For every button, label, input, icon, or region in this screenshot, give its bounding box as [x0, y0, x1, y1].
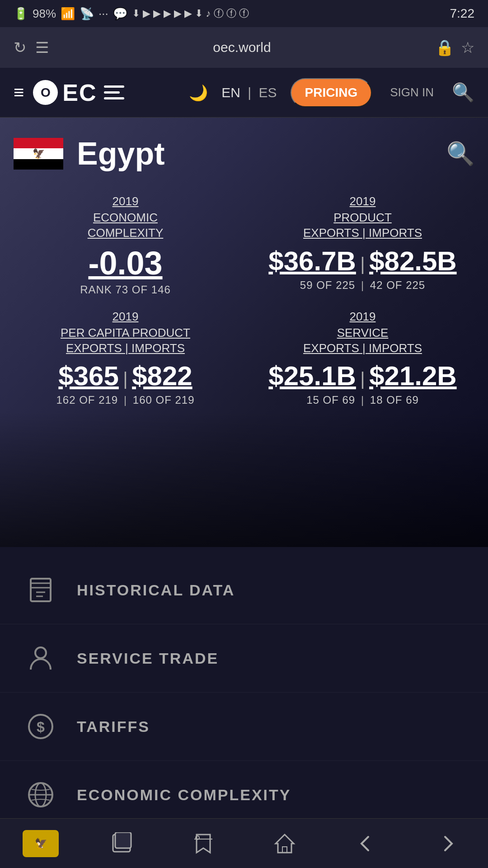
oec-logo[interactable]: O EC: [33, 79, 124, 106]
hero-section: 🦅 Egypt 🔍 2019 ECONOMICCOMPLEXITY -0.03 …: [0, 118, 488, 547]
browser-bar: ↻ ☰ oec.world 🔒 ☆: [0, 27, 488, 68]
logo-lines: [104, 85, 124, 99]
dollar-icon: $: [27, 713, 54, 740]
pricing-button[interactable]: PRICING: [291, 78, 372, 107]
stat-rank-service: 15 OF 69 | 18 OF 69: [251, 394, 474, 406]
country-header: 🦅 Egypt 🔍: [14, 136, 474, 172]
stat-value-service: $25.1B | $21.2B: [251, 360, 474, 392]
bottom-nav-back[interactable]: [325, 832, 407, 855]
chat-icon: 💬: [113, 7, 127, 21]
battery-text: 98%: [33, 7, 56, 21]
refresh-icon[interactable]: ↻: [14, 38, 26, 57]
lang-es[interactable]: ES: [258, 85, 277, 100]
product-exports-value: $36.7B: [268, 246, 356, 276]
stat-title-1: ECONOMICCOMPLEXITY: [14, 210, 237, 241]
economic-complexity-icon: [23, 777, 59, 813]
stat-rank-per-capita: 162 OF 219 | 160 OF 219: [14, 394, 237, 406]
dots-icon: ···: [99, 7, 108, 21]
tabs-icon[interactable]: ☰: [35, 38, 49, 57]
stat-value-complexity: -0.03: [14, 245, 237, 281]
wifi-icon: 📡: [80, 7, 94, 21]
stat-year-4: 2019: [251, 310, 474, 324]
historical-data-label: HISTORICAL DATA: [77, 581, 235, 599]
battery-icon: 🔋: [14, 7, 28, 21]
service-imports-value: $21.2B: [369, 361, 456, 391]
person-icon: [27, 645, 54, 672]
dark-mode-icon[interactable]: 🌙: [189, 84, 208, 102]
tabs-nav-icon: [111, 832, 133, 855]
bottom-navigation: 🦅: [0, 818, 488, 868]
nav-search-icon[interactable]: 🔍: [452, 82, 474, 103]
lang-en[interactable]: EN: [221, 85, 240, 100]
language-selector[interactable]: EN | ES: [221, 85, 277, 100]
flag-white-stripe: 🦅: [14, 148, 63, 159]
menu-section: HISTORICAL DATA SERVICE TRADE $ TARIFFS: [0, 547, 488, 838]
economic-complexity-label: ECONOMIC COMPLEXITY: [77, 786, 291, 804]
per-capita-imports-value: $822: [132, 361, 192, 391]
forward-nav-icon: [436, 832, 459, 855]
stat-title-3: PER CAPITA PRODUCTEXPORTS | IMPORTS: [14, 326, 237, 356]
lock-icon: 🔒: [435, 38, 454, 57]
signal-icon: 📶: [61, 7, 75, 21]
time-display: 7:22: [450, 6, 475, 21]
logo-text: EC: [62, 79, 97, 106]
stat-rank-complexity: RANK 73 OF 146: [14, 283, 237, 296]
nav-bar: ≡ O EC 🌙 EN | ES PRICING SIGN IN 🔍: [0, 68, 488, 118]
bookmark-icon[interactable]: ☆: [461, 38, 474, 57]
stat-economic-complexity: 2019 ECONOMICCOMPLEXITY -0.03 RANK 73 OF…: [14, 194, 237, 296]
svg-text:$: $: [37, 719, 45, 735]
per-capita-exports-value: $365: [58, 361, 118, 391]
tariffs-icon: $: [23, 708, 59, 745]
stat-year-1: 2019: [14, 194, 237, 208]
svg-rect-12: [115, 832, 131, 848]
menu-item-tariffs[interactable]: $ TARIFFS: [0, 693, 488, 761]
stat-title-4: SERVICEEXPORTS | IMPORTS: [251, 326, 474, 356]
stat-year-2: 2019: [251, 194, 474, 208]
menu-item-service-trade[interactable]: SERVICE TRADE: [0, 624, 488, 693]
stats-grid: 2019 ECONOMICCOMPLEXITY -0.03 RANK 73 OF…: [14, 194, 474, 406]
country-name: Egypt: [77, 136, 446, 172]
egypt-flag: 🦅: [14, 138, 63, 170]
svg-point-5: [35, 647, 46, 658]
stat-rank-product: 59 OF 225 | 42 OF 225: [251, 279, 474, 292]
flag-eagle: 🦅: [33, 148, 45, 160]
per-capita-pipe: |: [123, 369, 127, 389]
stat-title-2: PRODUCTEXPORTS | IMPORTS: [251, 210, 474, 241]
stat-service-exports: 2019 SERVICEEXPORTS | IMPORTS $25.1B | $…: [251, 310, 474, 407]
menu-item-historical[interactable]: HISTORICAL DATA: [0, 556, 488, 624]
status-bar: 🔋 98% 📶 📡 ··· 💬 ⬇ ▶ ▶ ▶ ▶ ▶ ⬇ ♪ ⓕ ⓕ ⓕ 7:…: [0, 0, 488, 27]
bottom-nav-tabs[interactable]: [81, 832, 163, 855]
stat-year-3: 2019: [14, 310, 237, 324]
lang-separator: |: [248, 85, 251, 100]
url-bar[interactable]: oec.world: [49, 40, 435, 55]
signin-button[interactable]: SIGN IN: [390, 85, 434, 99]
stat-per-capita: 2019 PER CAPITA PRODUCTEXPORTS | IMPORTS…: [14, 310, 237, 407]
status-left: 🔋 98% 📶 📡 ··· 💬 ⬇ ▶ ▶ ▶ ▶ ▶ ⬇ ♪ ⓕ ⓕ ⓕ: [14, 7, 249, 21]
service-trade-label: SERVICE TRADE: [77, 650, 219, 667]
globe-icon: [27, 781, 54, 808]
back-nav-icon: [355, 832, 377, 855]
product-imports-value: $82.5B: [369, 246, 456, 276]
svg-rect-14: [282, 847, 287, 853]
service-trade-icon: [23, 640, 59, 676]
bottom-nav-bookmarks[interactable]: [163, 832, 244, 855]
home-nav-icon: [273, 832, 296, 855]
notification-icons: ⬇ ▶ ▶ ▶ ▶ ▶ ⬇ ♪ ⓕ ⓕ ⓕ: [132, 7, 249, 20]
tariffs-label: TARIFFS: [77, 718, 150, 736]
hamburger-menu[interactable]: ≡: [14, 82, 24, 103]
bottom-nav-forward[interactable]: [407, 832, 488, 855]
bottom-nav-logo: 🦅: [0, 830, 81, 857]
country-search-icon[interactable]: 🔍: [446, 141, 474, 167]
flag-black-stripe: [14, 159, 63, 170]
product-pipe: |: [360, 254, 365, 274]
hero-content: 🦅 Egypt 🔍 2019 ECONOMICCOMPLEXITY -0.03 …: [0, 118, 488, 443]
database-icon: [27, 576, 54, 604]
stat-value-product: $36.7B | $82.5B: [251, 245, 474, 277]
stat-product-exports: 2019 PRODUCTEXPORTS | IMPORTS $36.7B | $…: [251, 194, 474, 296]
historical-data-icon: [23, 572, 59, 608]
stat-value-per-capita: $365 | $822: [14, 360, 237, 392]
bottom-nav-home[interactable]: [244, 832, 325, 855]
service-pipe: |: [360, 369, 365, 389]
service-exports-value: $25.1B: [268, 361, 356, 391]
flag-red-stripe: [14, 138, 63, 148]
